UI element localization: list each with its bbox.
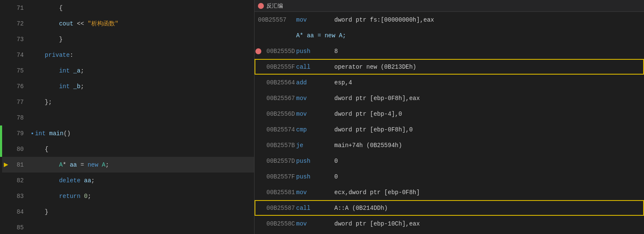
line-content-82: delete aa; xyxy=(29,173,254,188)
disasm-mnem-00B25557: mov xyxy=(296,17,334,23)
line-num-85: 85 xyxy=(10,220,29,234)
disasm-header-icon xyxy=(258,3,264,9)
bp-gutter-72 xyxy=(2,16,10,31)
line-content-71: { xyxy=(29,0,254,16)
disasm-mnem-00B25581: mov xyxy=(296,189,334,196)
disasm-operands-00B2555D: 8 xyxy=(334,48,644,55)
disasm-operands-00B2555F: operator new (0B213DEh) xyxy=(334,64,644,70)
disasm-addr-00B25587: 00B25587 xyxy=(258,205,296,212)
disasm-line-00B25557: 00B25557 mov dword ptr fs:[00000000h],ea… xyxy=(255,12,644,28)
disasm-line-00B2555D: 00B2555D push 8 xyxy=(255,43,644,59)
disasm-operands-00B25581: ecx,dword ptr [ebp-0F8h] xyxy=(334,189,644,196)
line-num-78: 78 xyxy=(10,110,29,125)
disasm-mnem-00B2557B: je xyxy=(296,142,334,149)
disasm-addr-00B25567: 00B25567 xyxy=(258,95,296,102)
disasm-mnem-00B2558C: mov xyxy=(296,220,334,227)
disasm-line-00B2558C: 00B2558C mov dword ptr [ebp-10Ch],eax xyxy=(255,216,644,231)
code-line-71: 71 { xyxy=(0,0,254,16)
bp-gutter-82 xyxy=(2,173,10,188)
disasm-addr-00B2557B: 00B2557B xyxy=(258,142,296,149)
code-line-82: 82 delete aa; xyxy=(0,173,254,188)
code-line-72: 72 cout << "析构函数" xyxy=(0,16,254,31)
disasm-operands-00B25587: A::A (0B214DDh) xyxy=(334,205,644,212)
line-content-83: return 0; xyxy=(29,188,254,204)
disasm-line-00B2556D: 00B2556D mov dword ptr [ebp-4],0 xyxy=(255,106,644,122)
line-content-77: }; xyxy=(29,94,254,110)
disasm-addr-00B25564: 00B25564 xyxy=(258,79,296,86)
code-line-76: 76 int _b; xyxy=(0,78,254,94)
disasm-operands-00B25567: dword ptr [ebp-0F8h],eax xyxy=(334,95,644,102)
disasm-bp-dot-00B2555D xyxy=(255,48,261,54)
disasm-mnem-00B25567: mov xyxy=(296,95,334,102)
disasm-operands-00B25557: dword ptr fs:[00000000h],eax xyxy=(334,17,644,23)
code-line-83: 83 return 0; xyxy=(0,188,254,204)
line-content-75: int _a; xyxy=(29,63,254,78)
disasm-line-00B25581: 00B25581 mov ecx,dword ptr [ebp-0F8h] xyxy=(255,184,644,200)
disasm-addr-00B2558C: 00B2558C xyxy=(258,220,296,227)
disasm-addr-00B25581: 00B25581 xyxy=(258,189,296,196)
bp-gutter-78 xyxy=(2,110,10,125)
disasm-line-00B25593: 00B25593 jmp main+7Eh (0B2559Fh) xyxy=(255,231,644,234)
line-num-75: 75 xyxy=(10,63,29,78)
disasm-line-00B2557B: 00B2557B je main+74h (0B25594h) xyxy=(255,137,644,153)
disasm-line-00B25574: 00B25574 cmp dword ptr [ebp-0F8h],0 xyxy=(255,122,644,137)
disasm-addr-00B2555D: 00B2555D xyxy=(258,48,296,55)
disasm-inline-source: A* aa = new A; xyxy=(296,32,346,39)
bp-gutter-74 xyxy=(2,47,10,63)
line-num-84: 84 xyxy=(10,204,29,220)
disasm-pane: 反汇编 00B25557 mov dword ptr fs:[00000000h… xyxy=(255,0,644,234)
bp-gutter-77 xyxy=(2,94,10,110)
disasm-line-00B25567: 00B25567 mov dword ptr [ebp-0F8h],eax xyxy=(255,90,644,106)
line-content-80: { xyxy=(29,141,254,157)
line-content-76: int _b; xyxy=(29,78,254,94)
bp-gutter-83 xyxy=(2,188,10,204)
line-content-73: } xyxy=(29,31,254,47)
line-num-83: 83 xyxy=(10,188,29,204)
disasm-operands-00B25574: dword ptr [ebp-0F8h],0 xyxy=(334,126,644,133)
line-content-79: ▪int main() xyxy=(29,125,254,141)
disasm-mnem-00B2557D: push xyxy=(296,158,334,164)
disasm-line-00B25587: 00B25587 call A::A (0B214DDh) xyxy=(255,200,644,216)
disasm-mnem-00B2555D: push xyxy=(296,48,334,55)
bp-gutter-80 xyxy=(2,141,10,157)
code-line-80: 80 { xyxy=(0,141,254,157)
disasm-mnem-00B2556D: mov xyxy=(296,111,334,117)
disasm-line-00B2557F: 00B2557F push 0 xyxy=(255,169,644,184)
bp-gutter-73 xyxy=(2,31,10,47)
line-content-74: private: xyxy=(29,47,254,63)
line-num-77: 77 xyxy=(10,94,29,110)
disasm-operands-00B2556D: dword ptr [ebp-4],0 xyxy=(334,111,644,117)
line-content-85 xyxy=(29,220,254,234)
disasm-mnem-00B25574: cmp xyxy=(296,126,334,133)
code-line-74: 74 private: xyxy=(0,47,254,63)
disasm-operands-00B2557D: 0 xyxy=(334,158,644,164)
code-line-79: 79 ▪int main() xyxy=(0,125,254,141)
disasm-line-00B25564: 00B25564 add esp,4 xyxy=(255,75,644,90)
disasm-addr-00B2557F: 00B2557F xyxy=(258,173,296,180)
disasm-operands-00B2558C: dword ptr [ebp-10Ch],eax xyxy=(334,220,644,227)
disasm-line-00B2557D: 00B2557D push 0 xyxy=(255,153,644,169)
bp-gutter-81: ► xyxy=(2,157,10,173)
line-num-82: 82 xyxy=(10,173,29,188)
execution-arrow-81: ► xyxy=(4,161,8,169)
line-num-74: 74 xyxy=(10,47,29,63)
code-line-85: 85 xyxy=(0,220,254,234)
disasm-line-00B2555F: 00B2555F call operator new (0B213DEh) xyxy=(255,59,644,75)
disasm-operands-00B2557F: 0 xyxy=(334,173,644,180)
code-line-81: ► 81 A* aa = new A; xyxy=(0,157,254,173)
code-line-78: 78 xyxy=(0,110,254,125)
bp-gutter-75 xyxy=(2,63,10,78)
disasm-mnem-00B2555F: call xyxy=(296,64,334,70)
bp-gutter-76 xyxy=(2,78,10,94)
line-num-72: 72 xyxy=(10,16,29,31)
line-num-79: 79 xyxy=(10,125,29,141)
bp-gutter-84 xyxy=(2,204,10,220)
code-line-75: 75 int _a; xyxy=(0,63,254,78)
line-num-76: 76 xyxy=(10,78,29,94)
disasm-mnem-00B25564: add xyxy=(296,79,334,86)
line-content-81: A* aa = new A; xyxy=(29,157,254,173)
line-num-73: 73 xyxy=(10,31,29,47)
line-content-84: } xyxy=(29,204,254,220)
line-content-78 xyxy=(29,110,254,125)
line-num-80: 80 xyxy=(10,141,29,157)
